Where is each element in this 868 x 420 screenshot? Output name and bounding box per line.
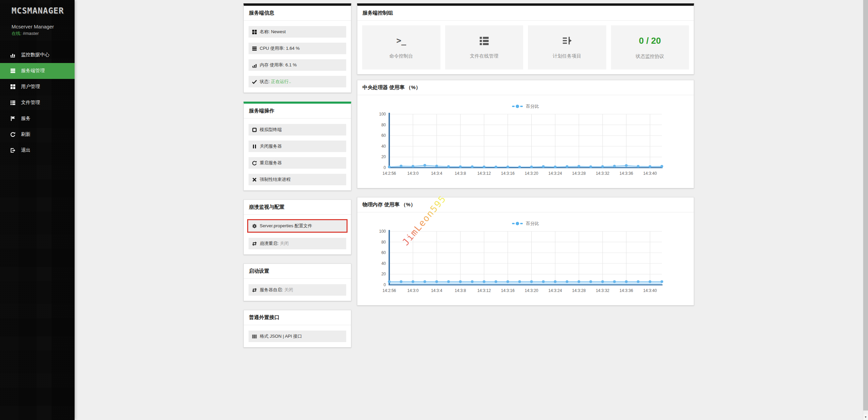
online-value: #master	[23, 31, 39, 36]
legend-marker-icon	[516, 222, 519, 225]
row-refresh-actions[interactable]: 重启服务器	[249, 157, 346, 169]
sidebar-item-label: 刷新	[21, 131, 31, 138]
sidebar-item-monitor-center[interactable]: 监控数据中心	[0, 47, 75, 63]
panel-cpu-chart: 中央处理器 使用率 （%） 百分比 14:2:5614:3:014:3:414:…	[357, 80, 694, 188]
svg-text:14:3:0: 14:3:0	[407, 288, 419, 293]
tile-label: 状态监控协议	[636, 54, 664, 60]
row-label: 关闭服务器	[260, 143, 282, 149]
control-tiles: >_命令控制台文件在线管理计划任务项目0 / 20状态监控协议	[357, 21, 694, 74]
list-icon	[10, 100, 16, 105]
online-status: 在线: #master	[12, 30, 71, 37]
svg-text:40: 40	[381, 144, 386, 149]
vertical-scrollbar[interactable]: ▾	[863, 0, 868, 420]
panel-title: 启动设置	[244, 264, 351, 279]
app-logo: MCSMANAGER	[0, 0, 75, 16]
svg-text:14:3:40: 14:3:40	[643, 288, 657, 293]
row-label: 内存 使用率: 6.1 %	[260, 62, 297, 68]
tile-label: 文件在线管理	[470, 53, 498, 59]
sidebar-item-label: 服务	[21, 115, 31, 122]
panel-title: 服务端信息	[244, 6, 351, 21]
tasks-icon	[562, 36, 572, 46]
svg-text:14:3:36: 14:3:36	[619, 288, 633, 293]
api-rows: 格式 JSON | API 接口	[244, 325, 351, 347]
svg-text:14:3:0: 14:3:0	[407, 171, 419, 176]
cpu-chart-body: 14:2:5614:3:014:3:414:3:814:3:1214:3:161…	[357, 111, 694, 188]
row-label: 名称: Newest	[260, 29, 286, 35]
row-chart-bars-info[interactable]: 内存 使用率: 6.1 %	[249, 59, 346, 71]
row-repeat-startup[interactable]: 服务器自启: 关闭	[249, 284, 346, 296]
row-server-info[interactable]: CPU 使用率: 1.64 %	[249, 43, 346, 54]
sidebar-item-label: 用户管理	[21, 84, 40, 90]
memory-chart-legend[interactable]: 百分比	[357, 212, 694, 229]
server-icon	[252, 46, 257, 51]
cpu-usage-chart: 14:2:5614:3:014:3:414:3:814:3:1214:3:161…	[363, 111, 688, 183]
legend-marker-icon	[516, 105, 519, 108]
scroll-down-arrow-icon[interactable]: ▾	[863, 414, 868, 420]
panel-external-api: 普通外置接口 格式 JSON | API 接口	[243, 310, 351, 348]
x-icon	[252, 177, 257, 182]
row-square-actions[interactable]: 模拟型终端	[249, 124, 346, 135]
right-panel-column: 服务端控制组 >_命令控制台文件在线管理计划任务项目0 / 20状态监控协议 中…	[357, 3, 694, 306]
server-icon	[10, 68, 16, 74]
row-repeat-crash[interactable]: 崩溃重启: 关闭	[249, 238, 346, 249]
gear-icon	[252, 224, 257, 229]
sidebar-item-label: 监控数据中心	[21, 52, 50, 58]
sign-out-icon	[10, 148, 16, 153]
server-info-rows: 名称: NewestCPU 使用率: 1.64 %内存 使用率: 6.1 %状态…	[244, 21, 351, 92]
svg-text:14:3:20: 14:3:20	[525, 171, 538, 176]
tile-scheduled-tasks[interactable]: 计划任务项目	[528, 25, 606, 69]
svg-text:14:3:40: 14:3:40	[643, 171, 657, 176]
svg-text:14:3:8: 14:3:8	[455, 288, 466, 293]
svg-text:0: 0	[383, 165, 386, 170]
sidebar-item-file-manage[interactable]: 文件管理	[0, 95, 75, 111]
status-protocol-count: 0 / 20	[639, 36, 661, 46]
grid-icon	[10, 84, 16, 89]
sidebar-item-user-manage[interactable]: 用户管理	[0, 79, 75, 95]
online-label: 在线:	[12, 31, 22, 36]
row-value: 正在运行..	[271, 79, 291, 85]
scrollbar-thumb[interactable]	[863, 0, 868, 411]
repeat-icon	[252, 241, 257, 246]
sidebar-item-label: 文件管理	[21, 100, 40, 106]
row-x-actions[interactable]: 强制性结束进程	[249, 174, 346, 185]
row-check-info[interactable]: 状态: 正在运行..	[249, 76, 346, 87]
tile-command-console[interactable]: >_命令控制台	[362, 25, 440, 69]
row-pause-actions[interactable]: 关闭服务器	[249, 141, 346, 152]
list-icon	[479, 36, 489, 46]
svg-text:14:3:12: 14:3:12	[477, 288, 491, 293]
legend-marker-icon	[512, 106, 515, 107]
tile-label: 计划任务项目	[553, 53, 581, 59]
square-icon	[252, 127, 257, 132]
legend-marker-icon	[520, 106, 523, 107]
panel-title: 崩溃监视与配置	[244, 200, 351, 215]
svg-text:20: 20	[381, 272, 386, 276]
tile-status-monitor[interactable]: 0 / 20状态监控协议	[611, 25, 689, 69]
panel-control-group: 服务端控制组 >_命令控制台文件在线管理计划任务项目0 / 20状态监控协议	[357, 3, 694, 75]
row-label: 重启服务器	[260, 160, 282, 166]
svg-text:14:3:24: 14:3:24	[548, 171, 562, 176]
row-label: 状态:	[260, 79, 271, 85]
row-barcode-api[interactable]: 格式 JSON | API 接口	[249, 331, 346, 342]
row-label: Server.properties 配置文件	[260, 223, 312, 229]
tile-label: 命令控制台	[389, 53, 413, 59]
panel-title: 服务端控制组	[357, 6, 694, 21]
cpu-chart-legend[interactable]: 百分比	[357, 95, 694, 111]
svg-text:100: 100	[379, 229, 386, 234]
sidebar-item-refresh[interactable]: 刷新	[0, 127, 75, 143]
row-gear-crash[interactable]: Server.properties 配置文件	[247, 219, 348, 233]
legend-marker-icon	[512, 223, 515, 224]
svg-text:14:3:36: 14:3:36	[619, 171, 633, 176]
svg-text:14:3:24: 14:3:24	[548, 288, 562, 293]
legend-label: 百分比	[526, 103, 539, 109]
tile-file-online-manage[interactable]: 文件在线管理	[445, 25, 524, 69]
svg-text:60: 60	[381, 250, 386, 255]
svg-text:14:3:16: 14:3:16	[501, 288, 515, 293]
check-icon	[252, 79, 257, 84]
sidebar-item-server-manage[interactable]: 服务端管理	[0, 63, 75, 79]
svg-text:40: 40	[381, 261, 386, 266]
row-grid-info[interactable]: 名称: Newest	[249, 26, 346, 38]
legend-label: 百分比	[526, 220, 539, 227]
row-label: 强制性结束进程	[260, 176, 291, 183]
sidebar-item-exit[interactable]: 退出	[0, 143, 75, 159]
sidebar-item-services[interactable]: 服务	[0, 111, 75, 127]
